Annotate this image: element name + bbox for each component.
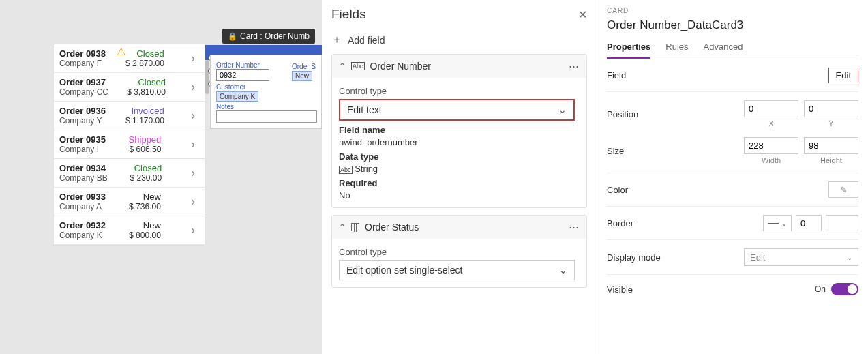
control-type-select[interactable]: Edit text ⌄ xyxy=(339,99,575,121)
order-row[interactable]: Order 0935Company IShipped$ 606.50› xyxy=(54,130,205,159)
close-icon[interactable]: ✕ xyxy=(578,8,587,21)
border-label: Border xyxy=(607,218,633,228)
tab-rules[interactable]: Rules xyxy=(665,42,688,59)
order-amount: $ 1,170.00 xyxy=(125,116,164,126)
chevron-right-icon[interactable]: › xyxy=(187,80,199,94)
chevron-right-icon[interactable]: › xyxy=(187,51,199,65)
order-amount: $ 3,810.00 xyxy=(127,87,166,97)
field-label-order-number: Order Number xyxy=(216,61,289,69)
order-company: Company CC xyxy=(59,87,108,97)
order-amount: $ 800.00 xyxy=(129,231,161,240)
text-type-icon: Abc xyxy=(351,62,365,70)
order-row[interactable]: Order 0937Company CCClosed$ 3,810.00› xyxy=(54,73,205,102)
fields-pane: Fields ✕ ＋ Add field ⌃ Abc Order Number … xyxy=(322,0,597,354)
chevron-down-icon: ⌃ xyxy=(339,61,346,71)
order-title: Order 0932 xyxy=(59,220,106,231)
order-row[interactable]: Order 0933Company ANew$ 736.00› xyxy=(54,188,205,216)
order-number-input[interactable] xyxy=(216,69,269,81)
order-list[interactable]: ⚠Order 0938Company FClosed$ 2,870.00›Ord… xyxy=(53,44,205,246)
data-type-text: String xyxy=(355,164,378,174)
order-status: Closed xyxy=(138,77,165,87)
form-card[interactable]: Order Number Order S New Customer Compan… xyxy=(210,55,322,129)
position-x-input[interactable] xyxy=(744,100,798,117)
order-company: Company A xyxy=(59,202,106,211)
order-amount: $ 2,870.00 xyxy=(125,59,164,68)
order-title: Order 0935 xyxy=(59,134,106,145)
lock-icon: 🔒 xyxy=(228,32,237,41)
selected-card-tag: 🔒 Card : Order Numb xyxy=(222,29,315,44)
order-row[interactable]: Order 0934Company BBClosed$ 230.00› xyxy=(54,159,205,188)
chevron-right-icon[interactable]: › xyxy=(187,166,199,180)
order-title: Order 0938 xyxy=(59,48,106,59)
order-company: Company Y xyxy=(59,116,106,126)
chevron-down-icon: ⌄ xyxy=(847,254,852,261)
field-label-customer: Customer xyxy=(216,83,316,91)
customer-badge[interactable]: Company K xyxy=(216,91,258,102)
field-group-title: Order Status xyxy=(365,222,419,233)
order-status: New xyxy=(143,220,161,231)
y-sublabel: Y xyxy=(804,119,858,128)
warning-icon: ⚠ xyxy=(117,46,125,58)
order-status-badge[interactable]: New xyxy=(292,71,312,81)
size-label: Size xyxy=(607,146,624,156)
notes-input[interactable] xyxy=(216,110,317,123)
chevron-right-icon[interactable]: › xyxy=(187,137,199,151)
chevron-down-icon: ⌃ xyxy=(339,222,346,232)
more-icon[interactable]: ⋯ xyxy=(569,60,580,72)
order-status: New xyxy=(143,192,161,202)
paint-icon: ✎ xyxy=(840,185,848,195)
color-label: Color xyxy=(607,185,628,195)
field-group-order-status: ⌃ Order Status ⋯ Control type Edit optio… xyxy=(331,215,587,288)
prop-row-field: Field Edit xyxy=(607,59,858,92)
size-width-input[interactable] xyxy=(744,137,798,154)
field-label-notes: Notes xyxy=(216,103,316,110)
properties-tab-strip: Properties Rules Advanced xyxy=(607,42,858,59)
field-edit-button[interactable]: Edit xyxy=(828,68,858,83)
order-company: Company F xyxy=(59,59,106,68)
position-y-input[interactable] xyxy=(804,100,858,117)
field-group-header[interactable]: ⌃ Abc Order Number ⋯ xyxy=(332,55,586,78)
field-group-header[interactable]: ⌃ Order Status ⋯ xyxy=(332,216,586,239)
control-type-select[interactable]: Edit option set single-select ⌄ xyxy=(339,260,575,280)
tab-properties[interactable]: Properties xyxy=(607,42,650,59)
size-height-input[interactable] xyxy=(804,137,858,154)
display-mode-value: Edit xyxy=(750,252,765,263)
add-field-button[interactable]: ＋ Add field xyxy=(331,33,587,47)
chevron-right-icon[interactable]: › xyxy=(187,223,199,237)
field-name-label: Field name xyxy=(339,125,580,135)
more-icon[interactable]: ⋯ xyxy=(569,221,580,233)
order-amount: $ 230.00 xyxy=(130,173,162,183)
position-label: Position xyxy=(607,109,638,119)
order-amount: $ 606.50 xyxy=(130,145,162,154)
tab-advanced[interactable]: Advanced xyxy=(704,42,743,59)
prop-row-border: Border ⌄ xyxy=(607,207,858,240)
border-color-button[interactable] xyxy=(826,215,858,231)
order-title: Order 0933 xyxy=(59,192,106,202)
order-company: Company BB xyxy=(59,173,108,183)
prop-row-display-mode: Display mode Edit ⌄ xyxy=(607,240,858,275)
control-type-value: Edit text xyxy=(347,104,382,115)
prop-row-visible: Visible On xyxy=(607,275,858,297)
color-picker-button[interactable]: ✎ xyxy=(828,181,858,198)
border-style-select[interactable]: ⌄ xyxy=(763,215,792,231)
order-title: Order 0934 xyxy=(59,163,108,173)
order-row[interactable]: Order 0932Company KNew$ 800.00› xyxy=(54,216,205,245)
control-type-label: Control type xyxy=(339,247,580,257)
field-label-order-status: Order S xyxy=(292,63,316,70)
visible-state-label: On xyxy=(815,284,826,294)
data-type-value: Abc String xyxy=(339,164,580,174)
chevron-right-icon[interactable]: › xyxy=(187,194,199,209)
order-row[interactable]: Order 0936Company YInvoiced$ 1,170.00› xyxy=(54,102,205,130)
toggle-knob xyxy=(848,284,857,294)
plus-icon: ＋ xyxy=(331,33,342,47)
line-icon xyxy=(768,223,779,224)
order-row[interactable]: ⚠Order 0938Company FClosed$ 2,870.00› xyxy=(54,44,205,73)
properties-pane: CARD Order Number_DataCard3 Properties R… xyxy=(597,0,868,354)
list-scrollbar[interactable] xyxy=(205,60,209,94)
field-name-value: nwind_ordernumber xyxy=(339,137,580,147)
visible-toggle[interactable] xyxy=(831,283,858,295)
border-width-input[interactable] xyxy=(796,215,822,231)
display-mode-select[interactable]: Edit ⌄ xyxy=(744,248,858,266)
prop-row-size: Size Width Height xyxy=(607,129,858,173)
chevron-right-icon[interactable]: › xyxy=(187,108,199,123)
